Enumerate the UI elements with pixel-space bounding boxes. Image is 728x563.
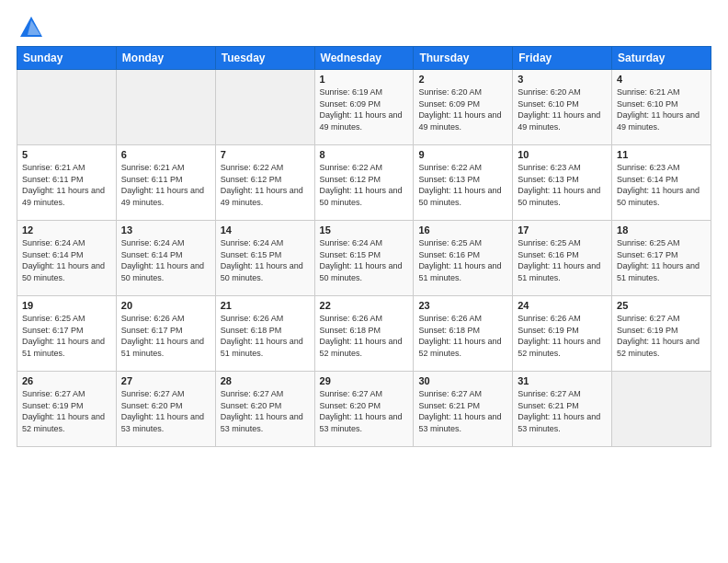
calendar-cell: 20Sunrise: 6:26 AMSunset: 6:17 PMDayligh… (116, 296, 215, 372)
day-number: 24 (518, 300, 607, 311)
day-number: 29 (320, 375, 409, 386)
week-row-1: 5Sunrise: 6:21 AMSunset: 6:11 PMDaylight… (17, 145, 711, 221)
calendar-cell: 27Sunrise: 6:27 AMSunset: 6:20 PMDayligh… (116, 372, 215, 447)
col-monday: Monday (116, 47, 215, 70)
calendar-cell: 16Sunrise: 6:25 AMSunset: 6:16 PMDayligh… (414, 221, 513, 296)
calendar-cell (116, 70, 215, 145)
day-number: 7 (221, 149, 310, 160)
day-number: 1 (320, 74, 409, 85)
day-info: Sunrise: 6:25 AMSunset: 6:16 PMDaylight:… (418, 237, 507, 283)
col-sunday: Sunday (17, 47, 117, 70)
day-info: Sunrise: 6:27 AMSunset: 6:20 PMDaylight:… (221, 388, 310, 434)
calendar-cell: 15Sunrise: 6:24 AMSunset: 6:15 PMDayligh… (314, 221, 414, 296)
day-info: Sunrise: 6:26 AMSunset: 6:17 PMDaylight:… (121, 313, 210, 359)
day-number: 10 (518, 149, 607, 160)
calendar-cell: 21Sunrise: 6:26 AMSunset: 6:18 PMDayligh… (215, 296, 314, 372)
calendar-cell: 8Sunrise: 6:22 AMSunset: 6:12 PMDaylight… (314, 145, 414, 221)
day-info: Sunrise: 6:20 AMSunset: 6:10 PMDaylight:… (518, 86, 607, 132)
day-number: 25 (617, 300, 706, 311)
calendar-cell: 29Sunrise: 6:27 AMSunset: 6:20 PMDayligh… (314, 372, 414, 447)
day-number: 15 (320, 224, 409, 236)
day-info: Sunrise: 6:22 AMSunset: 6:13 PMDaylight:… (418, 162, 507, 208)
day-number: 18 (617, 224, 706, 236)
day-number: 13 (121, 224, 210, 236)
day-number: 27 (121, 375, 210, 386)
day-info: Sunrise: 6:27 AMSunset: 6:19 PMDaylight:… (22, 388, 111, 434)
day-info: Sunrise: 6:22 AMSunset: 6:12 PMDaylight:… (320, 162, 409, 208)
day-info: Sunrise: 6:20 AMSunset: 6:09 PMDaylight:… (418, 86, 507, 132)
day-info: Sunrise: 6:25 AMSunset: 6:17 PMDaylight:… (22, 313, 111, 359)
day-info: Sunrise: 6:27 AMSunset: 6:20 PMDaylight:… (320, 388, 409, 434)
page: Sunday Monday Tuesday Wednesday Thursday… (0, 0, 728, 563)
day-info: Sunrise: 6:24 AMSunset: 6:14 PMDaylight:… (121, 237, 210, 283)
calendar-cell: 17Sunrise: 6:25 AMSunset: 6:16 PMDayligh… (513, 221, 612, 296)
day-info: Sunrise: 6:27 AMSunset: 6:21 PMDaylight:… (418, 388, 507, 434)
calendar-cell: 10Sunrise: 6:23 AMSunset: 6:13 PMDayligh… (513, 145, 612, 221)
calendar-cell: 5Sunrise: 6:21 AMSunset: 6:11 PMDaylight… (17, 145, 117, 221)
calendar-cell: 2Sunrise: 6:20 AMSunset: 6:09 PMDaylight… (414, 70, 513, 145)
calendar-cell: 11Sunrise: 6:23 AMSunset: 6:14 PMDayligh… (612, 145, 711, 221)
day-number: 12 (22, 224, 111, 236)
week-row-2: 12Sunrise: 6:24 AMSunset: 6:14 PMDayligh… (17, 221, 711, 296)
calendar-cell: 26Sunrise: 6:27 AMSunset: 6:19 PMDayligh… (17, 372, 117, 447)
day-number: 8 (320, 149, 409, 160)
col-wednesday: Wednesday (314, 47, 414, 70)
day-number: 20 (121, 300, 210, 311)
day-number: 3 (518, 74, 607, 85)
day-number: 22 (320, 300, 409, 311)
calendar-cell: 22Sunrise: 6:26 AMSunset: 6:18 PMDayligh… (314, 296, 414, 372)
day-info: Sunrise: 6:26 AMSunset: 6:18 PMDaylight:… (418, 313, 507, 359)
day-number: 28 (221, 375, 310, 386)
day-number: 11 (617, 149, 706, 160)
day-info: Sunrise: 6:22 AMSunset: 6:12 PMDaylight:… (221, 162, 310, 208)
calendar-cell: 31Sunrise: 6:27 AMSunset: 6:21 PMDayligh… (513, 372, 612, 447)
day-info: Sunrise: 6:26 AMSunset: 6:18 PMDaylight:… (320, 313, 409, 359)
header (17, 15, 711, 37)
week-row-4: 26Sunrise: 6:27 AMSunset: 6:19 PMDayligh… (17, 372, 711, 447)
day-info: Sunrise: 6:24 AMSunset: 6:14 PMDaylight:… (22, 237, 111, 283)
day-info: Sunrise: 6:27 AMSunset: 6:21 PMDaylight:… (518, 388, 607, 434)
calendar-cell: 9Sunrise: 6:22 AMSunset: 6:13 PMDaylight… (414, 145, 513, 221)
calendar-cell: 19Sunrise: 6:25 AMSunset: 6:17 PMDayligh… (17, 296, 117, 372)
logo-icon (18, 15, 44, 40)
day-info: Sunrise: 6:24 AMSunset: 6:15 PMDaylight:… (221, 237, 310, 283)
day-number: 2 (418, 74, 507, 85)
day-info: Sunrise: 6:24 AMSunset: 6:15 PMDaylight:… (320, 237, 409, 283)
col-saturday: Saturday (612, 47, 711, 70)
day-number: 23 (418, 300, 507, 311)
logo (17, 15, 44, 37)
day-number: 14 (221, 224, 310, 236)
day-info: Sunrise: 6:27 AMSunset: 6:19 PMDaylight:… (617, 313, 706, 359)
day-number: 6 (121, 149, 210, 160)
col-friday: Friday (513, 47, 612, 70)
day-number: 26 (22, 375, 111, 386)
day-info: Sunrise: 6:26 AMSunset: 6:19 PMDaylight:… (518, 313, 607, 359)
col-thursday: Thursday (414, 47, 513, 70)
calendar-cell: 18Sunrise: 6:25 AMSunset: 6:17 PMDayligh… (612, 221, 711, 296)
day-info: Sunrise: 6:27 AMSunset: 6:20 PMDaylight:… (121, 388, 210, 434)
day-number: 17 (518, 224, 607, 236)
calendar-cell: 23Sunrise: 6:26 AMSunset: 6:18 PMDayligh… (414, 296, 513, 372)
day-info: Sunrise: 6:23 AMSunset: 6:14 PMDaylight:… (617, 162, 706, 208)
col-tuesday: Tuesday (215, 47, 314, 70)
day-info: Sunrise: 6:21 AMSunset: 6:10 PMDaylight:… (617, 86, 706, 132)
calendar-cell: 6Sunrise: 6:21 AMSunset: 6:11 PMDaylight… (116, 145, 215, 221)
calendar-cell: 3Sunrise: 6:20 AMSunset: 6:10 PMDaylight… (513, 70, 612, 145)
calendar-cell: 24Sunrise: 6:26 AMSunset: 6:19 PMDayligh… (513, 296, 612, 372)
calendar-cell: 12Sunrise: 6:24 AMSunset: 6:14 PMDayligh… (17, 221, 117, 296)
calendar-cell (17, 70, 117, 145)
calendar-cell: 14Sunrise: 6:24 AMSunset: 6:15 PMDayligh… (215, 221, 314, 296)
calendar-cell: 28Sunrise: 6:27 AMSunset: 6:20 PMDayligh… (215, 372, 314, 447)
header-row: Sunday Monday Tuesday Wednesday Thursday… (17, 47, 711, 70)
calendar-cell: 7Sunrise: 6:22 AMSunset: 6:12 PMDaylight… (215, 145, 314, 221)
day-number: 16 (418, 224, 507, 236)
day-number: 5 (22, 149, 111, 160)
calendar-cell: 25Sunrise: 6:27 AMSunset: 6:19 PMDayligh… (612, 296, 711, 372)
day-info: Sunrise: 6:19 AMSunset: 6:09 PMDaylight:… (320, 86, 409, 132)
day-number: 19 (22, 300, 111, 311)
day-info: Sunrise: 6:25 AMSunset: 6:17 PMDaylight:… (617, 237, 706, 283)
day-info: Sunrise: 6:26 AMSunset: 6:18 PMDaylight:… (221, 313, 310, 359)
week-row-0: 1Sunrise: 6:19 AMSunset: 6:09 PMDaylight… (17, 70, 711, 145)
calendar-cell: 4Sunrise: 6:21 AMSunset: 6:10 PMDaylight… (612, 70, 711, 145)
calendar-cell (215, 70, 314, 145)
